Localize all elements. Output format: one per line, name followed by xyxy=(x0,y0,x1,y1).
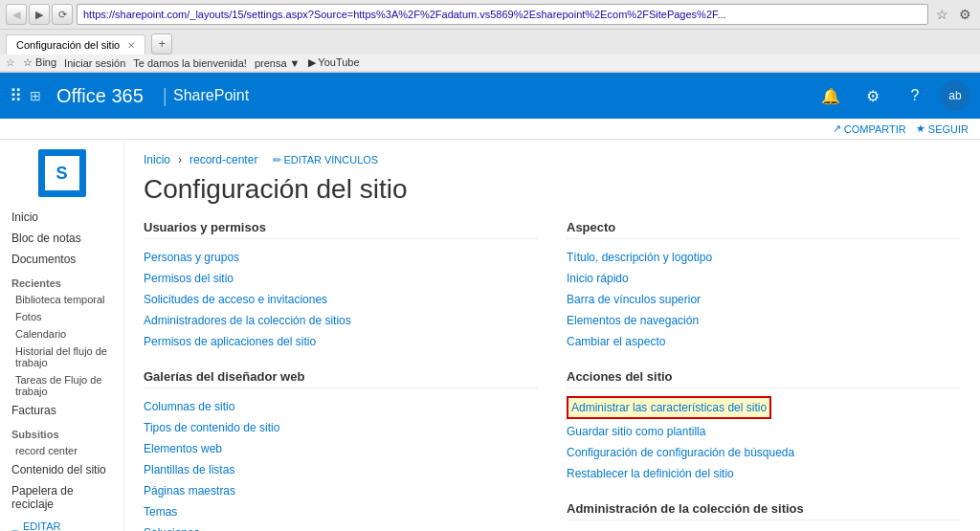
settings-grid: Usuarios y permisos Personas y grupos Pe… xyxy=(144,220,961,531)
user-avatar[interactable]: ab xyxy=(940,80,970,111)
nav-buttons: ◀ ▶ ⟳ xyxy=(6,4,73,25)
sidebar-sub-fotos[interactable]: Fotos xyxy=(0,308,123,325)
link-cambiar-aspecto[interactable]: Cambiar el aspecto xyxy=(567,331,961,352)
sidebar-logo: S xyxy=(38,149,86,197)
link-restablecer[interactable]: Restablecer la definición del sitio xyxy=(567,463,961,484)
bookmark-prensa[interactable]: prensa ▼ xyxy=(255,57,301,69)
share-button[interactable]: ↗ COMPARTIR xyxy=(833,122,906,135)
sidebar-sub-calendario[interactable]: Calendario xyxy=(0,325,123,343)
section-acciones: Acciones del sitio Administrar las carac… xyxy=(567,369,961,484)
link-elementos-nav[interactable]: Elementos de navegación xyxy=(567,310,961,331)
section-title-usuarios: Usuarios y permisos xyxy=(144,220,538,239)
back-button[interactable]: ◀ xyxy=(6,4,27,25)
sidebar-edit-links[interactable]: ✏ EDITAR VÍNCULOS xyxy=(0,515,123,531)
logo-inner: S xyxy=(45,156,79,190)
settings-icon[interactable]: ⚙ xyxy=(955,7,974,22)
site-name[interactable]: SharePoint xyxy=(173,87,249,104)
edit-icon: ✏ xyxy=(11,526,20,532)
active-tab[interactable]: Configuración del sitio ✕ xyxy=(6,34,145,55)
link-administrar-features[interactable]: Administrar las características del siti… xyxy=(571,399,767,416)
link-temas[interactable]: Temas xyxy=(144,501,538,522)
sidebar-item-inicio[interactable]: Inicio xyxy=(0,207,123,228)
link-permisos-app[interactable]: Permisos de aplicaciones del sitio xyxy=(144,331,538,352)
link-elementos-web[interactable]: Elementos web xyxy=(144,438,538,459)
browser-chrome: ◀ ▶ ⟳ ☆ ⚙ Configuración del sitio ✕ + ☆ … xyxy=(0,0,980,73)
address-bar[interactable] xyxy=(77,4,928,25)
link-columnas[interactable]: Columnas de sitio xyxy=(144,396,538,417)
section-title-coleccion: Administración de la colección de sitios xyxy=(567,501,961,520)
sidebar-item-documentos[interactable]: Documentos xyxy=(0,249,123,270)
link-paginas-maestras[interactable]: Páginas maestras xyxy=(144,480,538,501)
breadcrumb-sep: › xyxy=(178,153,182,166)
link-config-busqueda-sitio[interactable]: Configuración de configuración de búsque… xyxy=(567,442,961,463)
star-icon[interactable]: ☆ xyxy=(932,7,951,22)
notifications-icon[interactable]: 🔔 xyxy=(813,78,848,113)
tab-title: Configuración del sitio xyxy=(16,39,120,51)
topnav-right: 🔔 ⚙ ? ab xyxy=(813,78,970,113)
sidebar-sub-record[interactable]: record center xyxy=(0,442,123,459)
sidebar-item-facturas[interactable]: Facturas xyxy=(0,400,123,421)
section-usuarios: Usuarios y permisos Personas y grupos Pe… xyxy=(144,220,538,352)
sidebar-item-papelera[interactable]: Papelera de reciclaje xyxy=(0,480,123,515)
sp-content: Inicio › record-center ✏ EDITAR VÍNCULOS… xyxy=(124,140,980,531)
bookmark-iniciar[interactable]: Iniciar sesión xyxy=(64,57,125,69)
breadcrumb-record[interactable]: record-center xyxy=(189,153,257,166)
tab-bar: Configuración del sitio ✕ + xyxy=(0,30,980,55)
sp-main: S Inicio Bloc de notas Documentos Recien… xyxy=(0,140,980,531)
grid-icon[interactable]: ⊞ xyxy=(30,88,41,103)
link-plantillas-listas[interactable]: Plantillas de listas xyxy=(144,459,538,480)
share-icon: ↗ xyxy=(833,122,841,135)
settings-gear-icon[interactable]: ⚙ xyxy=(856,78,890,113)
link-titulo[interactable]: Título, descripción y logotipo xyxy=(567,247,961,268)
browser-icons: ☆ ⚙ xyxy=(932,7,974,22)
help-icon[interactable]: ? xyxy=(898,78,932,113)
link-soluciones[interactable]: Soluciones xyxy=(144,522,538,531)
browser-toolbar: ◀ ▶ ⟳ ☆ ⚙ xyxy=(0,0,980,30)
bookmark-bing[interactable]: ☆ Bing xyxy=(23,56,56,69)
section-admin-coleccion: Administración de la colección de sitios… xyxy=(567,501,961,531)
follow-icon: ★ xyxy=(916,122,925,135)
sp-subnav: ↗ COMPARTIR ★ SEGUIR xyxy=(0,119,980,140)
link-tipos-contenido[interactable]: Tipos de contenido de sitio xyxy=(144,417,538,438)
follow-button[interactable]: ★ SEGUIR xyxy=(916,122,969,135)
breadcrumb-inicio[interactable]: Inicio xyxy=(144,153,170,166)
section-aspecto: Aspecto Título, descripción y logotipo I… xyxy=(567,220,961,352)
highlighted-link-box: Administrar las características del siti… xyxy=(567,396,771,419)
bookmark-welcome[interactable]: Te damos la bienvenida! xyxy=(133,57,247,69)
link-inicio-rapido[interactable]: Inicio rápido xyxy=(567,268,961,289)
link-personas[interactable]: Personas y grupos xyxy=(144,247,538,268)
sidebar-sub-tareas[interactable]: Tareas de Flujo de trabajo xyxy=(0,371,123,400)
new-tab-button[interactable]: + xyxy=(151,33,172,55)
sidebar-section-recientes: Recientes xyxy=(0,270,123,291)
bookmark-youtube[interactable]: ▶ YouTube xyxy=(308,56,360,69)
settings-col-1: Aspecto Título, descripción y logotipo I… xyxy=(567,220,961,531)
sp-topnav: ⠿ ⊞ Office 365 | SharePoint 🔔 ⚙ ? ab xyxy=(0,73,980,119)
sidebar-sub-historial[interactable]: Historial del flujo de trabajo xyxy=(0,343,123,371)
edit-breadcrumb-links[interactable]: ✏ EDITAR VÍNCULOS xyxy=(273,154,378,166)
breadcrumb: Inicio › record-center ✏ EDITAR VÍNCULOS xyxy=(144,153,961,166)
bookmarks-label: ☆ xyxy=(6,56,15,69)
sp-subnav-actions: ↗ COMPARTIR ★ SEGUIR xyxy=(833,122,969,135)
waffle-icon[interactable]: ⠿ xyxy=(10,85,22,106)
sidebar-sub-biblioteca[interactable]: Biblioteca temporal xyxy=(0,291,123,308)
section-title-galerias: Galerías del diseñador web xyxy=(144,369,538,388)
pencil-icon: ✏ xyxy=(273,154,281,166)
page-title: Configuración del sitio xyxy=(144,174,961,205)
section-title-aspecto: Aspecto xyxy=(567,220,961,239)
app-name[interactable]: Office 365 xyxy=(47,85,153,107)
forward-button[interactable]: ▶ xyxy=(29,4,50,25)
section-galerias: Galerías del diseñador web Columnas de s… xyxy=(144,369,538,531)
link-guardar-plantilla[interactable]: Guardar sitio como plantilla xyxy=(567,421,961,442)
settings-col-0: Usuarios y permisos Personas y grupos Pe… xyxy=(144,220,538,531)
sidebar-section-subsitios: Subsitios xyxy=(0,421,123,442)
tab-close-button[interactable]: ✕ xyxy=(127,40,135,51)
bookmarks-bar: ☆ ☆ Bing Iniciar sesión Te damos la bien… xyxy=(0,55,980,72)
sp-sidebar: S Inicio Bloc de notas Documentos Recien… xyxy=(0,140,124,531)
refresh-button[interactable]: ⟳ xyxy=(52,4,73,25)
sidebar-item-contenido[interactable]: Contenido del sitio xyxy=(0,459,123,480)
link-solicitudes[interactable]: Solicitudes de acceso e invitaciones xyxy=(144,289,538,310)
link-permisos[interactable]: Permisos del sitio xyxy=(144,268,538,289)
link-admins[interactable]: Administradores de la colección de sitio… xyxy=(144,310,538,331)
sidebar-item-bloc[interactable]: Bloc de notas xyxy=(0,228,123,249)
link-barra-vinculos[interactable]: Barra de vínculos superior xyxy=(567,289,961,310)
